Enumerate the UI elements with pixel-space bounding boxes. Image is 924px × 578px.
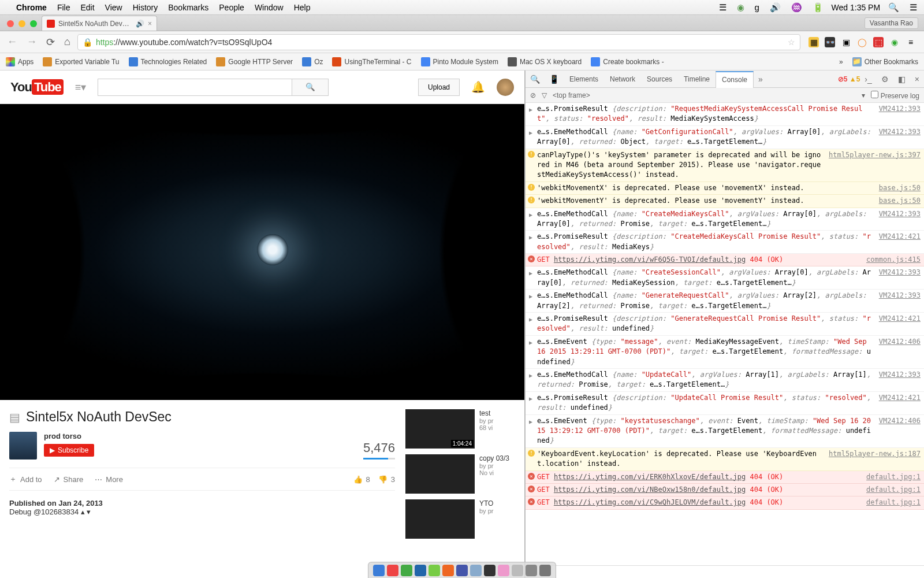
search-input[interactable] bbox=[98, 79, 292, 96]
filter-icon[interactable]: ▽ bbox=[542, 91, 547, 99]
menu-file[interactable]: File bbox=[57, 3, 70, 12]
console-entry[interactable]: ▶e…s.PromiseResult {description: "Update… bbox=[526, 392, 924, 415]
spotlight-icon[interactable]: 🔍 bbox=[888, 2, 899, 12]
source-link[interactable]: base.js:50 bbox=[873, 196, 921, 206]
related-video[interactable]: copy 03/3by prNo vi bbox=[405, 454, 515, 494]
browser-tab[interactable]: Sintel5x NoAuth DevSec 🔊 × bbox=[42, 16, 157, 31]
menu-icon[interactable]: ☰ bbox=[910, 2, 917, 12]
bookmark-item[interactable]: Exported Variable Tu bbox=[43, 57, 119, 66]
menu-view[interactable]: View bbox=[105, 3, 122, 12]
search-button[interactable]: 🔍 bbox=[292, 79, 329, 96]
console-entry[interactable]: !'KeyboardEvent.keyLocation' is deprecat… bbox=[526, 448, 924, 471]
console-entry[interactable]: ▶e…s.PromiseResult {description: "Reques… bbox=[526, 103, 924, 126]
devtools-tab-elements[interactable]: Elements bbox=[564, 71, 604, 87]
youtube-logo[interactable]: YouTube bbox=[10, 80, 64, 95]
source-link[interactable]: default.jpg:1 bbox=[860, 485, 921, 495]
source-link[interactable]: common.js:415 bbox=[860, 255, 921, 265]
source-link[interactable]: default.jpg:1 bbox=[860, 472, 921, 482]
error-count[interactable]: ⊘5 bbox=[838, 75, 848, 83]
reload-button[interactable]: ⟳ bbox=[44, 35, 57, 50]
source-link[interactable]: VM2412:406 bbox=[873, 337, 921, 367]
ext-icon-2[interactable]: 👓 bbox=[825, 37, 835, 47]
source-link[interactable]: VM2412:421 bbox=[873, 232, 921, 252]
console-entry[interactable]: ×GET https://i.ytimg.com/vi/C9wQhJELOVM/… bbox=[526, 497, 924, 509]
like-button[interactable]: 👍 8 bbox=[353, 475, 370, 484]
source-link[interactable]: VM2412:393 bbox=[873, 291, 921, 311]
device-icon[interactable]: 📱 bbox=[545, 75, 564, 84]
back-button[interactable]: ← bbox=[5, 35, 20, 49]
source-link[interactable]: VM2412:421 bbox=[873, 314, 921, 334]
video-player[interactable] bbox=[0, 104, 524, 400]
battery-icon[interactable]: 🔋 bbox=[813, 2, 824, 12]
tabs-overflow[interactable]: » bbox=[754, 75, 767, 84]
mac-dock[interactable] bbox=[368, 562, 556, 578]
frame-selector[interactable]: <top frame> bbox=[553, 91, 590, 99]
source-link[interactable]: base.js:50 bbox=[873, 183, 921, 193]
tab-close-icon[interactable]: × bbox=[148, 20, 152, 28]
ext-icon-4[interactable]: ⬚ bbox=[873, 37, 884, 47]
console-entry[interactable]: ▶e…s.EmeMethodCall {name: "UpdateCall", … bbox=[526, 369, 924, 392]
ext-icon-1[interactable]: ▦ bbox=[808, 37, 819, 47]
source-link[interactable]: VM2412:393 bbox=[873, 370, 921, 390]
console-entry[interactable]: ▶e…s.EmeMethodCall {name: "GenerateReque… bbox=[526, 290, 924, 313]
bookmark-item[interactable]: Technologies Related bbox=[129, 57, 207, 66]
clear-console-icon[interactable]: ⊘ bbox=[530, 91, 536, 99]
related-video[interactable]: 1:04:24 testby pr68 vi bbox=[405, 409, 515, 449]
playlist-icon[interactable]: ▤ bbox=[9, 410, 20, 424]
google-icon[interactable]: g bbox=[755, 2, 759, 12]
devtools-tab-network[interactable]: Network bbox=[604, 71, 641, 87]
devtools-tab-console[interactable]: Console bbox=[716, 71, 754, 88]
devtools-close-icon[interactable]: × bbox=[910, 75, 924, 84]
bookmark-item[interactable]: Google HTTP Server bbox=[216, 57, 293, 66]
menu-people[interactable]: People bbox=[219, 3, 244, 12]
chrome-profile[interactable]: Vasantha Rao bbox=[865, 17, 918, 29]
user-avatar[interactable] bbox=[497, 79, 514, 96]
bookmark-item[interactable]: Pinto Module System bbox=[421, 57, 498, 66]
subscribe-button[interactable]: ▶Subscribe bbox=[44, 444, 94, 457]
traffic-maximize[interactable] bbox=[30, 20, 37, 27]
more-button[interactable]: ⋯More bbox=[95, 475, 123, 484]
menubar-clock[interactable]: Wed 1:35 PM bbox=[832, 3, 881, 12]
menu-edit[interactable]: Edit bbox=[80, 3, 94, 12]
console-entry[interactable]: ×GET https://i.ytimg.com/vi/ERK0hXlxovE/… bbox=[526, 471, 924, 484]
addto-button[interactable]: ＋Add to bbox=[9, 474, 42, 484]
source-link[interactable]: VM2412:393 bbox=[873, 268, 921, 288]
warning-count[interactable]: ▲5 bbox=[850, 75, 860, 83]
source-link[interactable]: html5player-new.js:187 bbox=[823, 449, 921, 469]
share-button[interactable]: ↗Share bbox=[54, 475, 84, 484]
source-link[interactable]: VM2412:393 bbox=[873, 127, 921, 147]
console-entry[interactable]: ▶e…s.EmeMethodCall {name: "GetConfigurat… bbox=[526, 126, 924, 149]
devtools-tab-sources[interactable]: Sources bbox=[641, 71, 678, 87]
volume-icon[interactable]: 🔊 bbox=[770, 2, 781, 12]
source-link[interactable]: VM2412:406 bbox=[873, 416, 921, 446]
console-log[interactable]: ▶e…s.PromiseResult {description: "Reques… bbox=[526, 103, 924, 565]
drawer-icon[interactable]: ›_ bbox=[860, 75, 876, 84]
wifi-icon[interactable]: ♒ bbox=[791, 2, 802, 12]
bookmark-item[interactable]: Oz bbox=[302, 57, 323, 66]
console-entry[interactable]: ▶e…s.EmeMethodCall {name: "CreateSession… bbox=[526, 266, 924, 290]
dislike-button[interactable]: 👎 3 bbox=[378, 475, 395, 484]
bookmark-star-icon[interactable]: ☆ bbox=[788, 38, 795, 47]
upload-button[interactable]: Upload bbox=[418, 79, 460, 96]
guide-icon[interactable]: ≡▾ bbox=[75, 81, 87, 94]
console-entry[interactable]: ▶e…s.EmeEvent {type: "message", event: M… bbox=[526, 336, 924, 369]
source-link[interactable]: html5player-new.js:397 bbox=[823, 150, 921, 180]
inspect-icon[interactable]: 🔍 bbox=[526, 75, 545, 84]
chrome-menu-icon[interactable]: ≡ bbox=[906, 37, 916, 47]
menu-bookmarks[interactable]: Bookmarks bbox=[168, 3, 208, 12]
debug-line[interactable]: Debug @102683834 ▴ ▾ bbox=[9, 507, 395, 516]
menu-window[interactable]: Window bbox=[255, 3, 284, 12]
sync-icon[interactable]: ◉ bbox=[737, 2, 744, 12]
source-link[interactable]: VM2412:421 bbox=[873, 393, 921, 413]
console-entry[interactable]: ×GET https://i.ytimg.com/vi/NBeOxw158n0/… bbox=[526, 484, 924, 497]
channel-avatar[interactable] bbox=[9, 432, 37, 460]
console-entry[interactable]: ▶e…s.EmeEvent {type: "keystatuseschange"… bbox=[526, 415, 924, 448]
source-link[interactable]: VM2412:393 bbox=[873, 209, 921, 229]
other-bookmarks[interactable]: 📁Other Bookmarks bbox=[852, 57, 918, 66]
cast-icon[interactable]: ▣ bbox=[841, 37, 851, 47]
console-entry[interactable]: ×GET https://i.ytimg.com/vi/wF6Q5G-TVOI/… bbox=[526, 254, 924, 266]
traffic-close[interactable] bbox=[7, 20, 14, 27]
settings-icon[interactable]: ⚙ bbox=[877, 75, 893, 84]
preserve-log-checkbox[interactable]: Preserve log bbox=[871, 91, 919, 100]
console-prompt[interactable]: › bbox=[526, 565, 924, 578]
